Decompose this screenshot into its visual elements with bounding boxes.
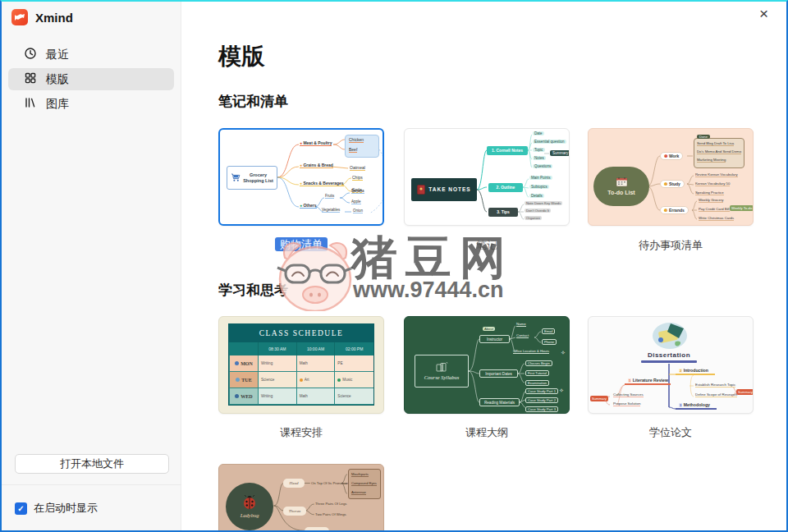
day-icon: [235, 361, 239, 365]
topic-label: Antennae: [351, 490, 366, 495]
page-title: 模版: [218, 41, 264, 72]
topic-label: Main Points: [529, 176, 552, 180]
day-icon: [235, 394, 239, 398]
schedule-row-tue: TUE Science Art Music: [229, 372, 373, 388]
branch-underline: [676, 374, 715, 375]
template-card-dissertation[interactable]: Dissertation 1 Literature Review Collect…: [588, 316, 754, 414]
open-local-file-button[interactable]: 打开本地文件: [15, 454, 169, 474]
template-caption: 课程大纲: [404, 425, 570, 440]
summary-label: Summary: [736, 389, 754, 395]
topic-label: Vegetables: [322, 208, 340, 213]
time-cell: 10:00 AM: [297, 342, 336, 355]
sidebar-item-label: 模版: [46, 72, 69, 87]
sidebar-item-templates[interactable]: 模版: [8, 68, 174, 90]
topic-label: Organize: [525, 216, 542, 220]
branch-label: ● Others: [300, 203, 317, 209]
section-notes-lists-heading: 笔记和清单: [218, 92, 288, 111]
topic-label: Phone: [542, 339, 557, 345]
topic-label: Notes: [533, 156, 546, 160]
topic-label: Onion: [353, 209, 363, 213]
topic-label: Pay Credit Card Bill: [699, 207, 730, 212]
topic-label: Korean Vocabulary 50: [695, 181, 730, 186]
topic-label: Fruits: [325, 194, 334, 199]
template-card-class-schedule[interactable]: CLASS SCHEDULE 08:30 AM 10:00 AM 02:00 P…: [218, 316, 384, 414]
day-cell: WED: [241, 394, 252, 399]
schedule-table: CLASS SCHEDULE 08:30 AM 10:00 AM 02:00 P…: [228, 323, 374, 406]
topic-label: Case Study Part 2: [525, 397, 558, 403]
selected-caption-chip[interactable]: 购物清单: [275, 237, 328, 251]
subject-cell: Science: [259, 372, 297, 388]
template-card-ladybug[interactable]: Ladybug Head On Top Of Its Pronotum Mout…: [218, 464, 384, 532]
branch-underline: [625, 383, 671, 385]
topic-label: Name: [516, 322, 526, 327]
topic-label: Marketing Meeting: [697, 158, 726, 163]
branch-label: ❶ Work: [660, 152, 683, 160]
art-icon: [300, 378, 303, 382]
topic-label: Details: [529, 194, 544, 198]
topic-label: Three Pairs Of Legs: [315, 502, 346, 506]
topic-label: Review Korean Vocabulary: [695, 172, 738, 177]
topic-label: Propose Solution: [613, 401, 640, 406]
branch-label: 2. Outline: [488, 183, 523, 192]
topic-label: Don't Overdo It: [525, 209, 551, 213]
branch-label: ● Snacks & Beverages: [300, 181, 344, 186]
topic-label: Write Christmas Cards: [699, 216, 734, 221]
topic-label: Mouthparts: [351, 472, 369, 477]
topic-label: Two Pairs Of Wings: [315, 512, 346, 516]
day-icon: [236, 378, 240, 382]
sidebar-item-recent[interactable]: 最近: [8, 44, 174, 66]
template-card-todo-list[interactable]: To-do List ❶ Work Done Send Blog Draft T…: [588, 128, 754, 226]
syllabus-central-topic: Course Syllabus: [415, 355, 469, 388]
branch-label: Reading Materials: [479, 398, 520, 406]
schedule-row-wed: WED Writing Math Science: [229, 388, 373, 405]
sidebar-nav: 最近 模版 图库: [8, 44, 174, 117]
schedule-row-mon: MON Writing Math PE: [229, 355, 373, 372]
sidebar-item-label: 最近: [46, 48, 69, 62]
xmind-window: Xmind 最近 模版 图库 打开本地文件 ✓ 在启动时显示 × 模版 笔记和清…: [0, 0, 788, 532]
day-cell: MON: [241, 361, 253, 366]
app-title: Xmind: [11, 9, 73, 25]
branch-label: ● Grains & Bread: [300, 163, 333, 168]
branch-label: ❸ Errands: [660, 206, 689, 214]
ladybug-icon: [241, 494, 258, 511]
sidebar-divider: [2, 484, 181, 485]
close-icon[interactable]: ×: [759, 6, 768, 21]
star-doodle: ✧: [561, 350, 566, 356]
topic-label: Date: [533, 131, 544, 135]
topic-label: Note Down Key Words: [525, 201, 562, 205]
subject-cell: Music: [342, 378, 352, 382]
topic-label: Chips: [352, 175, 363, 181]
weekly-todo-tag: Weekly To-do: [730, 205, 754, 211]
todo-central-topic: To-do List: [593, 167, 649, 206]
sidebar-item-gallery[interactable]: 图库: [8, 93, 174, 115]
syllabus-central-label: Course Syllabus: [424, 374, 459, 381]
template-card-grocery-list[interactable]: GroceryShopping List ● Meat & Poultry Ch…: [218, 128, 384, 226]
calendar-icon: [616, 177, 628, 188]
template-caption: 购物清单: [218, 237, 384, 252]
topic-label: Contact: [516, 333, 529, 338]
subject-cell: PE: [335, 355, 373, 372]
show-at-startup-checkbox[interactable]: ✓: [15, 502, 27, 515]
topic-label: Subtopics: [529, 185, 549, 189]
show-at-startup-row: ✓ 在启动时显示: [15, 501, 98, 516]
show-at-startup-label: 在启动时显示: [34, 501, 98, 516]
star-doodle: ✧: [559, 388, 564, 394]
central-underline: [641, 360, 697, 363]
branch-blob-partial: [305, 527, 329, 532]
summary-label: Summary: [550, 150, 570, 156]
schedule-times-row: 08:30 AM 10:00 AM 02:00 PM: [229, 342, 373, 355]
branch-label: Important Dates: [479, 369, 518, 378]
branch-label: Instructor: [479, 335, 510, 343]
notebook-icon: [417, 185, 425, 195]
template-card-course-syllabus[interactable]: Course Syllabus Instructor About Name Co…: [404, 316, 570, 414]
dissertation-central-label: Dissertation: [636, 351, 702, 360]
topic-label: Collecting Sources: [613, 392, 644, 397]
sidebar-item-label: 图库: [46, 97, 69, 112]
subject-cell: Math: [297, 388, 336, 405]
branch-label: 3. Tips: [488, 208, 518, 217]
topic-label: Chicken: [349, 137, 364, 143]
branch-label: 1. Cornell Notes: [487, 146, 528, 155]
topic-label: Apple: [351, 200, 361, 204]
template-card-take-notes[interactable]: TAKE NOTES 1. Cornell Notes Date Essenti…: [404, 128, 570, 226]
topic-label: Office Location & Hours: [513, 349, 549, 354]
